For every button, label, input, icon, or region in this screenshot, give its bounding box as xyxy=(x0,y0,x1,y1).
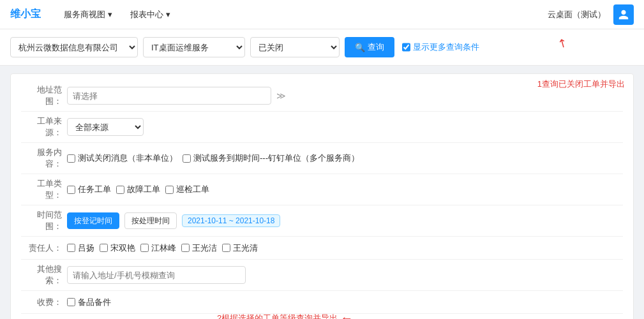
annotation-2-text: 2根据选择的工单等级查询并导出 xyxy=(217,313,338,320)
chevron-down-icon-2: ▾ xyxy=(166,0,170,29)
arrow-left-icon-2: ← xyxy=(340,311,353,319)
query-label: 查询 xyxy=(368,41,384,53)
nav-item-report[interactable]: 报表中心 ▾ xyxy=(123,0,178,29)
ticket-type-checkbox-patrol[interactable] xyxy=(165,186,174,194)
chevron-down-icon: ▾ xyxy=(108,0,112,29)
filter-row-source: 工单来源： 全部来源 xyxy=(21,112,623,143)
filter-label-address: 地址范围： xyxy=(21,84,67,107)
filter-content-ticket-type: 任务工单 故障工单 巡检工单 xyxy=(67,184,623,195)
filter-label-responsible: 责任人： xyxy=(21,242,67,254)
ticket-type-patrol[interactable]: 巡检工单 xyxy=(165,184,209,195)
filter-row-other-search: 其他搜索： xyxy=(21,260,623,291)
filter-label-service-content: 服务内容： xyxy=(21,147,67,170)
filter-content-fee: 备品备件 xyxy=(67,297,623,308)
avatar[interactable] xyxy=(613,4,634,25)
ticket-type-label-fault: 故障工单 xyxy=(127,184,160,195)
ticket-type-checkbox-fault[interactable] xyxy=(116,186,124,194)
status-select[interactable]: 已关闭 xyxy=(250,37,340,57)
search-icon: 🔍 xyxy=(355,43,365,52)
filter-label-source: 工单来源： xyxy=(21,115,67,138)
nav-label-service-view: 服务商视图 xyxy=(64,0,105,29)
filter-row-time-range: 时间范围： 按登记时间 按处理时间 2021-10-11 ~ 2021-10-1… xyxy=(21,205,623,237)
responsible-label-3: 江林峰 xyxy=(151,242,176,254)
address-input[interactable] xyxy=(67,87,271,105)
responsible-label-5: 王光清 xyxy=(233,242,258,254)
app-logo: 维小宝 xyxy=(10,8,41,21)
more-conditions-label: 显示更多查询条件 xyxy=(413,41,479,53)
filter-label-fee: 收费： xyxy=(21,297,67,308)
service-content-label-2: 测试服务到期时间---钉钉单位（多个服务商） xyxy=(193,152,359,164)
query-button[interactable]: 🔍 查询 xyxy=(345,37,394,57)
service-select[interactable]: IT桌面运维服务 xyxy=(143,37,245,57)
ticket-type-task[interactable]: 任务工单 xyxy=(67,184,111,195)
top-filter-bar: 杭州云微数据信息有限公司 IT桌面运维服务 已关闭 🔍 查询 显示更多查询条件 xyxy=(0,29,644,66)
service-content-checkbox-1[interactable] xyxy=(67,154,75,163)
filter-content-source: 全部来源 xyxy=(67,118,623,136)
filter-content-other-search xyxy=(67,266,623,284)
btn-handle-time[interactable]: 按处理时间 xyxy=(124,212,177,229)
ticket-type-label-task: 任务工单 xyxy=(78,184,111,195)
service-content-checkbox-2[interactable] xyxy=(183,154,191,163)
filter-panel: 地址范围： ≫ 工单来源： 全部来源 服务内容： 测试关闭消息（非本单位） xyxy=(10,73,634,319)
annotation-1: 1查询已关闭工单并导出 xyxy=(537,78,625,90)
service-content-option-2[interactable]: 测试服务到期时间---钉钉单位（多个服务商） xyxy=(183,152,359,164)
fee-checkbox[interactable] xyxy=(67,298,75,306)
filter-row-service-content: 服务内容： 测试关闭消息（非本单位） 测试服务到期时间---钉钉单位（多个服务商… xyxy=(21,143,623,174)
responsible-checkbox-3[interactable] xyxy=(140,244,149,252)
responsible-person-3[interactable]: 江林峰 xyxy=(140,242,176,254)
cloud-desk-label: 云桌面（测试） xyxy=(548,9,606,20)
main-content: 地址范围： ≫ 工单来源： 全部来源 服务内容： 测试关闭消息（非本单位） xyxy=(0,66,644,319)
ticket-type-label-patrol: 巡检工单 xyxy=(176,184,209,195)
nav-item-service-view[interactable]: 服务商视图 ▾ xyxy=(56,0,120,29)
responsible-person-1[interactable]: 吕扬 xyxy=(67,242,94,254)
filter-row-ticket-type: 工单类型： 任务工单 故障工单 巡检工单 xyxy=(21,174,623,205)
header-nav: 服务商视图 ▾ 报表中心 ▾ xyxy=(56,0,178,29)
annotation-2: 2根据选择的工单等级查询并导出 ← xyxy=(217,311,353,319)
annotation-1-text: 1查询已关闭工单并导出 xyxy=(537,78,625,90)
source-select[interactable]: 全部来源 xyxy=(67,118,144,136)
ticket-type-fault[interactable]: 故障工单 xyxy=(116,184,160,195)
more-conditions-checkbox[interactable] xyxy=(402,37,410,57)
filter-label-other-search: 其他搜索： xyxy=(21,263,67,286)
responsible-person-5[interactable]: 王光清 xyxy=(222,242,258,254)
filter-row-address: 地址范围： ≫ xyxy=(21,80,623,112)
responsible-checkbox-2[interactable] xyxy=(100,244,108,252)
filter-content-responsible: 吕扬 宋双艳 江林峰 王光洁 王光清 xyxy=(67,242,623,254)
responsible-label-1: 吕扬 xyxy=(78,242,94,254)
responsible-checkbox-5[interactable] xyxy=(222,244,230,252)
filter-content-time-range: 按登记时间 按处理时间 2021-10-11 ~ 2021-10-18 xyxy=(67,212,623,229)
ticket-type-checkbox-task[interactable] xyxy=(67,186,75,194)
filter-label-time-range: 时间范围： xyxy=(21,209,67,232)
filter-label-ticket-type: 工单类型： xyxy=(21,178,67,201)
btn-register-time[interactable]: 按登记时间 xyxy=(67,212,119,229)
nav-label-report: 报表中心 xyxy=(130,0,163,29)
filter-content-service-content: 测试关闭消息（非本单位） 测试服务到期时间---钉钉单位（多个服务商） xyxy=(67,152,623,164)
header-right: 云桌面（测试） xyxy=(548,4,634,25)
date-range-value: 2021-10-11 ~ 2021-10-18 xyxy=(182,214,280,227)
header: 维小宝 服务商视图 ▾ 报表中心 ▾ 云桌面（测试） xyxy=(0,0,644,29)
fee-label: 备品备件 xyxy=(78,297,111,308)
responsible-checkbox-4[interactable] xyxy=(181,244,190,252)
service-content-option-1[interactable]: 测试关闭消息（非本单位） xyxy=(67,152,177,164)
double-chevron-icon: ≫ xyxy=(276,91,286,101)
more-conditions-checkbox-label[interactable]: 显示更多查询条件 xyxy=(402,37,479,57)
responsible-label-2: 宋双艳 xyxy=(110,242,135,254)
other-search-input[interactable] xyxy=(67,266,246,284)
responsible-person-2[interactable]: 宋双艳 xyxy=(100,242,135,254)
company-select[interactable]: 杭州云微数据信息有限公司 xyxy=(10,37,138,57)
responsible-label-4: 王光洁 xyxy=(192,242,217,254)
filter-row-responsible: 责任人： 吕扬 宋双艳 江林峰 王光洁 xyxy=(21,237,623,260)
responsible-person-4[interactable]: 王光洁 xyxy=(181,242,217,254)
responsible-checkbox-1[interactable] xyxy=(67,244,75,252)
fee-option[interactable]: 备品备件 xyxy=(67,297,111,308)
service-content-label-1: 测试关闭消息（非本单位） xyxy=(78,152,177,164)
